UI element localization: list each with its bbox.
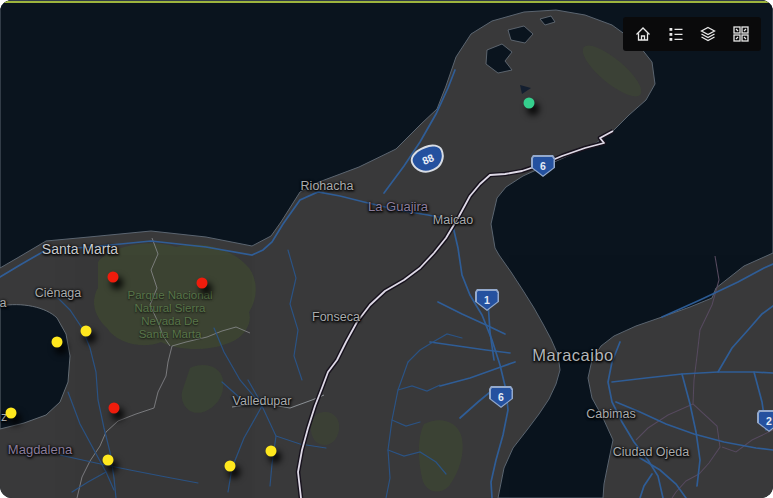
basemap-grid-icon bbox=[732, 25, 750, 43]
yellow-point-marker[interactable] bbox=[81, 326, 92, 337]
map-window: 886162 RiohachaLa GuajiraMaicaoSanta Mar… bbox=[0, 0, 773, 498]
map-toolbar bbox=[623, 17, 761, 51]
top-accent-line bbox=[0, 1, 773, 3]
red-point-marker[interactable] bbox=[109, 403, 120, 414]
basemap-button[interactable] bbox=[728, 21, 754, 47]
yellow-point-marker[interactable] bbox=[266, 446, 277, 457]
legend-list-icon bbox=[667, 25, 685, 43]
red-point-marker[interactable] bbox=[197, 278, 208, 289]
green-point-marker[interactable] bbox=[524, 98, 535, 109]
legend-button[interactable] bbox=[663, 21, 689, 47]
yellow-point-marker[interactable] bbox=[103, 455, 114, 466]
home-icon bbox=[634, 25, 652, 43]
map-canvas[interactable] bbox=[0, 0, 773, 498]
yellow-point-marker[interactable] bbox=[6, 408, 17, 419]
layers-button[interactable] bbox=[695, 21, 721, 47]
yellow-point-marker[interactable] bbox=[52, 337, 63, 348]
home-button[interactable] bbox=[630, 21, 656, 47]
red-point-marker[interactable] bbox=[108, 272, 119, 283]
yellow-point-marker[interactable] bbox=[225, 461, 236, 472]
layers-icon bbox=[699, 25, 717, 43]
